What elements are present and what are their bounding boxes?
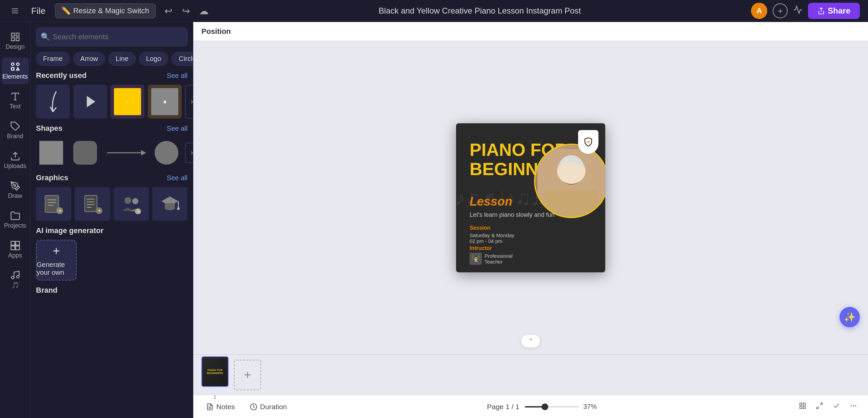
search-input[interactable] <box>36 27 188 46</box>
recently-used-arrow[interactable] <box>36 85 70 119</box>
duration-button[interactable]: Duration <box>245 400 292 414</box>
zoom-track[interactable] <box>525 406 579 407</box>
bottombar-left: Notes Duration <box>201 400 292 414</box>
left-panel: 🔍 Frame Arrow Line Logo Circle Recently … <box>31 22 193 418</box>
svg-marker-11 <box>16 67 19 70</box>
page-number-1: 1 <box>214 394 216 400</box>
triangle-svg <box>82 93 99 110</box>
filter-chip-line[interactable]: Line <box>108 52 136 66</box>
graphic-people-svg: ★ <box>121 194 141 214</box>
apps-icon <box>10 241 20 251</box>
undo-button[interactable]: ↩ <box>161 3 176 18</box>
sidebar-item-text[interactable]: Text <box>2 87 29 114</box>
bottombar: Notes Duration Page 1 / 1 <box>193 395 868 418</box>
recently-used-header: Recently used See all <box>36 71 188 80</box>
graphics-see-all[interactable]: See all <box>167 174 188 182</box>
svg-point-21 <box>11 276 14 279</box>
ai-generator-row: + Generate your own <box>36 240 188 280</box>
canvas-area: Position ♩♪♫♬♩♪♫♬♩♪♫♬♩♪♫♬♩♪♫♬♩♪ P <box>193 22 868 418</box>
svg-rect-25 <box>73 141 97 165</box>
sidebar-item-projects[interactable]: Projects <box>2 206 29 233</box>
canvas-content[interactable]: ♩♪♫♬♩♪♫♬♩♪♫♬♩♪♫♬♩♪♫♬♩♪ PIANO FOR BEGINNE… <box>193 41 868 354</box>
ai-generator-section: AI image generator + Generate your own <box>31 226 193 286</box>
svg-point-22 <box>16 275 19 278</box>
filter-chip-circle[interactable]: Circle <box>172 52 193 66</box>
duration-icon <box>250 403 257 411</box>
recently-used-template1[interactable]: 🌟 <box>111 85 144 119</box>
shape-square[interactable] <box>36 138 66 168</box>
sidebar-item-music[interactable]: 🎵 <box>2 266 29 293</box>
invite-button[interactable]: + <box>773 3 788 18</box>
zoom-thumb[interactable] <box>541 403 548 410</box>
magic-assistant-button[interactable]: ✨ <box>840 307 860 327</box>
check-button[interactable] <box>830 399 843 415</box>
add-page-button[interactable]: + <box>234 360 261 390</box>
search-bar: 🔍 <box>36 27 188 46</box>
recently-used-triangle[interactable] <box>73 85 107 119</box>
shape-rounded-rect[interactable] <box>70 138 100 168</box>
ai-generate-button[interactable]: + Generate your own <box>36 240 77 280</box>
design-canvas[interactable]: ♩♪♫♬♩♪♫♬♩♪♫♬♩♪♫♬♩♪♫♬♩♪ PIANO FOR BEGINNE… <box>456 123 605 272</box>
graphic-2[interactable]: ★ <box>75 187 110 221</box>
topbar: File ✏️ Resize & Magic Switch ↩ ↪ ☁ Blac… <box>0 0 868 22</box>
filter-chip-logo[interactable]: Logo <box>139 52 169 66</box>
file-menu-button[interactable]: File <box>27 4 50 18</box>
shapes-see-all[interactable]: See all <box>167 125 188 132</box>
svg-rect-24 <box>39 141 63 165</box>
ai-generate-label: Generate your own <box>37 261 76 276</box>
position-label: Position <box>201 27 231 36</box>
svg-rect-5 <box>16 33 19 36</box>
recently-used-see-all[interactable]: See all <box>167 72 188 80</box>
svg-rect-17 <box>11 241 15 245</box>
page-thumbnail-1[interactable]: PIANO FORBEGINNERS <box>201 356 229 387</box>
fullscreen-button[interactable] <box>813 399 826 415</box>
sidebar: Design Elements Text Brand <box>0 22 31 418</box>
chevron-right-icon: › <box>191 148 193 157</box>
sidebar-item-draw[interactable]: Draw <box>2 176 29 204</box>
instructor-role: Teacher <box>485 259 513 265</box>
recently-used-more[interactable]: › <box>185 85 193 119</box>
hamburger-button[interactable] <box>8 4 22 18</box>
fullscreen-icon <box>816 402 823 410</box>
template1-label: 🌟 <box>125 100 130 104</box>
svg-marker-27 <box>141 150 146 155</box>
sidebar-item-apps[interactable]: Apps <box>2 236 29 263</box>
sidebar-item-design[interactable]: Design <box>2 27 29 55</box>
zoom-slider[interactable]: 37% <box>525 403 601 411</box>
notes-button[interactable]: Notes <box>201 400 240 414</box>
share-button[interactable]: Share <box>808 3 860 19</box>
sidebar-item-uploads[interactable]: Uploads <box>2 147 29 174</box>
graphic-writing-svg: ★ <box>43 194 64 214</box>
sidebar-item-brand[interactable]: Brand <box>2 117 29 144</box>
graphic-4[interactable] <box>152 187 188 221</box>
more-options-button[interactable] <box>847 399 860 415</box>
user-avatar[interactable]: A <box>751 3 767 19</box>
graphic-3[interactable]: ★ <box>114 187 149 221</box>
magic-switch-button[interactable]: ✏️ Resize & Magic Switch <box>55 3 156 18</box>
svg-point-8 <box>11 63 14 65</box>
shapes-more[interactable]: › <box>185 143 193 163</box>
recently-used-template2[interactable]: 📋 <box>148 85 182 119</box>
redo-button[interactable]: ↪ <box>179 3 194 18</box>
shape-arrow-line[interactable] <box>104 146 148 160</box>
hide-panel-button[interactable]: ⌃ <box>521 335 540 348</box>
grid-view-button[interactable] <box>796 399 809 415</box>
analytics-button[interactable] <box>793 5 803 17</box>
topbar-right: A + Share <box>751 3 860 19</box>
cloud-save-button[interactable]: ☁ <box>199 5 209 17</box>
shape-circle[interactable] <box>151 138 182 168</box>
document-title: Black and Yellow Creative Piano Lesson I… <box>214 6 746 16</box>
svg-point-16 <box>14 185 16 186</box>
undo-redo-group: ↩ ↪ <box>161 3 194 18</box>
draw-icon <box>10 181 20 191</box>
filter-chip-arrow[interactable]: Arrow <box>73 52 105 66</box>
bottombar-right <box>796 399 860 415</box>
svg-rect-58 <box>803 403 805 405</box>
graphic-1[interactable]: ★ <box>36 187 71 221</box>
svg-marker-23 <box>87 96 95 107</box>
sidebar-item-elements[interactable]: Elements <box>2 57 29 84</box>
svg-rect-6 <box>16 38 19 41</box>
svg-point-42 <box>124 197 131 204</box>
graphics-header: Graphics See all <box>36 173 188 182</box>
filter-chip-frame[interactable]: Frame <box>36 52 70 66</box>
